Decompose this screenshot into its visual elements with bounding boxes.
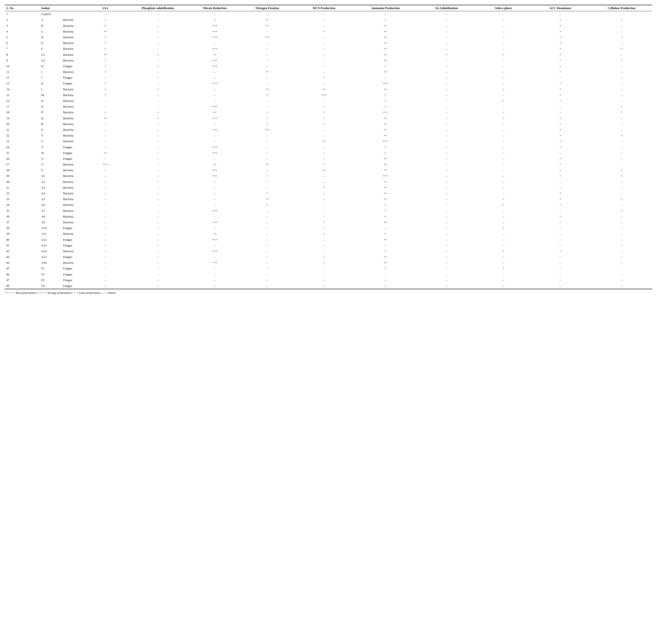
cell-type: Fungus	[62, 243, 84, 248]
cell-iaa: –	[84, 220, 127, 225]
cell-nitrate: +++	[189, 173, 241, 179]
cell-iaa: –	[84, 196, 127, 202]
cell-nitrate: –	[189, 138, 241, 144]
cell-sidero: –	[477, 133, 529, 138]
cell-isolate: L	[40, 87, 62, 92]
cell-sidero: –	[477, 127, 529, 133]
cell-iaa: –	[84, 260, 127, 266]
cell-cellulase: –	[591, 260, 652, 266]
cell-cellulase: –	[591, 138, 652, 144]
cell-sidero: –	[477, 104, 529, 110]
cell-type: Bacteria	[62, 46, 84, 52]
cell-zn: –	[416, 138, 477, 144]
cell-zn: –	[416, 167, 477, 173]
cell-acc: +	[530, 202, 591, 208]
cell-sidero: –	[477, 260, 529, 266]
cell-isolate: J	[40, 75, 62, 80]
cell-sno: 22	[5, 133, 40, 138]
cell-iaa: –	[84, 98, 127, 104]
cell-sno: 27	[5, 162, 40, 167]
cell-type: Fungus	[62, 80, 84, 86]
cell-nitrate: –	[189, 69, 241, 75]
cell-nitrogen: –	[241, 220, 293, 225]
cell-nitrate: +++	[189, 58, 241, 63]
cell-isolate: A4	[40, 190, 62, 196]
cell-phosphate: –	[127, 121, 189, 127]
cell-ammonia: +	[355, 98, 416, 104]
cell-phosphate: –	[127, 29, 189, 34]
cell-iaa: –	[84, 266, 127, 271]
cell-hcn: –	[293, 214, 355, 220]
cell-phosphate: +	[127, 63, 189, 69]
cell-ammonia: –	[355, 243, 416, 248]
table-row: 21SBacteria––++++++–++––+–	[5, 127, 652, 133]
cell-acc: –	[530, 110, 591, 115]
table-row: 3BBacteria+–+++++–++––+–	[5, 23, 652, 29]
cell-nitrate: ++	[189, 52, 241, 58]
cell-iaa: +	[84, 34, 127, 40]
cell-ammonia: ++	[355, 52, 416, 58]
cell-acc: +	[530, 29, 591, 34]
cell-nitrate: –	[189, 272, 241, 277]
cell-phosphate: –	[127, 202, 189, 208]
cell-phosphate: –	[127, 98, 189, 104]
cell-iaa: –	[84, 104, 127, 110]
cell-sno: 10	[5, 63, 40, 69]
cell-acc: +	[530, 173, 591, 179]
cell-sno: 7	[5, 46, 40, 52]
cell-acc: –	[530, 185, 591, 190]
cell-cellulase: –	[591, 23, 652, 29]
table-row: 18PBacteria+–++–++++–––+	[5, 110, 652, 115]
cell-type: Fungus	[62, 225, 84, 231]
cell-sidero: +	[477, 225, 529, 231]
header-ammonia: Ammonia Production	[355, 5, 416, 11]
cell-nitrate: +++	[189, 127, 241, 133]
cell-phosphate: –	[127, 80, 189, 86]
cell-nitrogen: –	[241, 283, 293, 289]
cell-nitrate: –	[189, 87, 241, 92]
cell-iaa: –	[84, 248, 127, 254]
cell-sidero: –	[477, 80, 529, 86]
cell-nitrate: +++	[189, 115, 241, 121]
cell-sno: 12	[5, 75, 40, 80]
cell-hcn: –	[293, 272, 355, 277]
cell-iaa: –	[84, 202, 127, 208]
cell-isolate: F	[40, 46, 62, 52]
cell-ammonia: –	[355, 11, 416, 17]
cell-isolate: C	[40, 29, 62, 34]
cell-type: Fungus	[62, 277, 84, 283]
cell-ammonia: ++	[355, 133, 416, 138]
cell-nitrate: +++	[189, 34, 241, 40]
cell-nitrate: –	[189, 185, 241, 190]
cell-ammonia: ++	[355, 40, 416, 46]
cell-iaa: +	[84, 63, 127, 69]
cell-phosphate: –	[127, 40, 189, 46]
cell-cellulase: –	[591, 11, 652, 17]
cell-acc: +	[530, 92, 591, 98]
cell-sidero: –	[477, 138, 529, 144]
cell-cellulase: –	[591, 127, 652, 133]
cell-sno: 45	[5, 266, 40, 271]
cell-cellulase: –	[591, 243, 652, 248]
header-isolate: Isolate	[40, 5, 84, 11]
cell-sno: 48	[5, 283, 40, 289]
cell-sno: 5	[5, 34, 40, 40]
cell-hcn: –	[293, 69, 355, 75]
header-iaa: IAA	[84, 5, 127, 11]
cell-nitrogen: –	[241, 98, 293, 104]
cell-nitrogen: +	[241, 115, 293, 121]
cell-iaa: +++	[84, 162, 127, 167]
cell-sno: 42	[5, 248, 40, 254]
cell-nitrogen: –	[241, 243, 293, 248]
cell-type: Bacteria	[62, 173, 84, 179]
cell-zn: –	[416, 162, 477, 167]
cell-iaa: ++	[84, 29, 127, 34]
cell-hcn: +	[293, 220, 355, 225]
cell-acc: +	[530, 80, 591, 86]
cell-nitrate: +	[189, 179, 241, 185]
cell-hcn: +	[293, 254, 355, 260]
cell-hcn: –	[293, 17, 355, 23]
cell-isolate: A7	[40, 208, 62, 214]
cell-type: Bacteria	[62, 98, 84, 104]
cell-cellulase: –	[591, 254, 652, 260]
